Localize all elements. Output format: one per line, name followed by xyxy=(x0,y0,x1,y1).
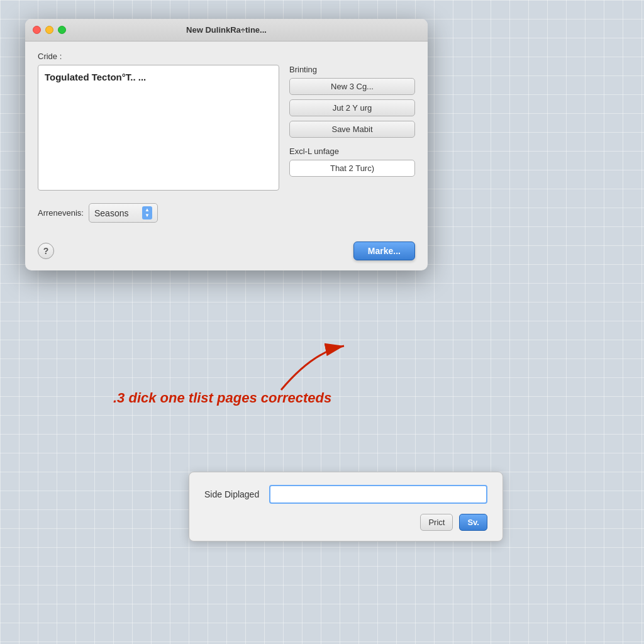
sv-button[interactable]: Sv. xyxy=(459,514,487,531)
brinting-buttons: New 3 Cg... Jut 2 Y urg Save Mabit xyxy=(289,78,415,138)
brinting-button-1[interactable]: New 3 Cg... xyxy=(289,78,415,95)
cride-textarea[interactable] xyxy=(38,65,279,191)
seasons-select[interactable]: Seasons ▲ ▼ xyxy=(89,203,158,223)
traffic-lights xyxy=(33,26,66,34)
right-panel: Brinting New 3 Cg... Jut 2 Y urg Save Ma… xyxy=(289,65,415,177)
seasons-select-value: Seasons xyxy=(94,208,138,218)
side-diplaged-input[interactable] xyxy=(269,485,487,504)
main-content-row: Brinting New 3 Cg... Jut 2 Y urg Save Ma… xyxy=(38,65,415,193)
arrenevenis-label: Arrenevenis: xyxy=(38,208,84,218)
prict-button[interactable]: Prict xyxy=(420,514,453,531)
window-title: New DulinkRa÷tine... xyxy=(186,25,267,35)
bottom-row: Arrenevenis: Seasons ▲ ▼ xyxy=(38,203,415,223)
brinting-button-3[interactable]: Save Mabit xyxy=(289,121,415,138)
brinting-label: Brinting xyxy=(289,65,415,74)
minimize-button[interactable] xyxy=(45,26,53,34)
annotation-arrow-icon xyxy=(275,340,350,396)
cride-label: Cride : xyxy=(38,52,415,61)
marke-button[interactable]: Marke... xyxy=(353,242,415,260)
second-panel: Side Diplaged Prict Sv. xyxy=(189,472,503,541)
main-dialog: New DulinkRa÷tine... Cride : Brinting Ne… xyxy=(25,19,428,270)
close-button[interactable] xyxy=(33,26,41,34)
second-panel-footer: Prict Sv. xyxy=(204,514,487,531)
side-diplaged-label: Side Diplaged xyxy=(204,489,259,499)
excl-label: Excl-L unfage xyxy=(289,147,415,156)
help-button[interactable]: ? xyxy=(38,243,54,259)
dialog-footer: ? Marke... xyxy=(25,235,428,270)
title-bar: New DulinkRa÷tine... xyxy=(25,19,428,42)
maximize-button[interactable] xyxy=(58,26,66,34)
annotation-container: .3 dick one tlist pages correcteds xyxy=(113,390,331,406)
brinting-button-2[interactable]: Jut 2 Y urg xyxy=(289,99,415,116)
excl-field: That 2 Turc) xyxy=(289,160,415,177)
side-diplaged-row: Side Diplaged xyxy=(204,485,487,504)
arrow-down-icon: ▼ xyxy=(145,213,150,218)
text-area-container xyxy=(38,65,279,193)
dialog-body: Cride : Brinting New 3 Cg... Jut 2 Y urg… xyxy=(25,42,428,235)
select-arrows-icon: ▲ ▼ xyxy=(142,206,152,219)
arrow-up-icon: ▲ xyxy=(145,208,150,213)
